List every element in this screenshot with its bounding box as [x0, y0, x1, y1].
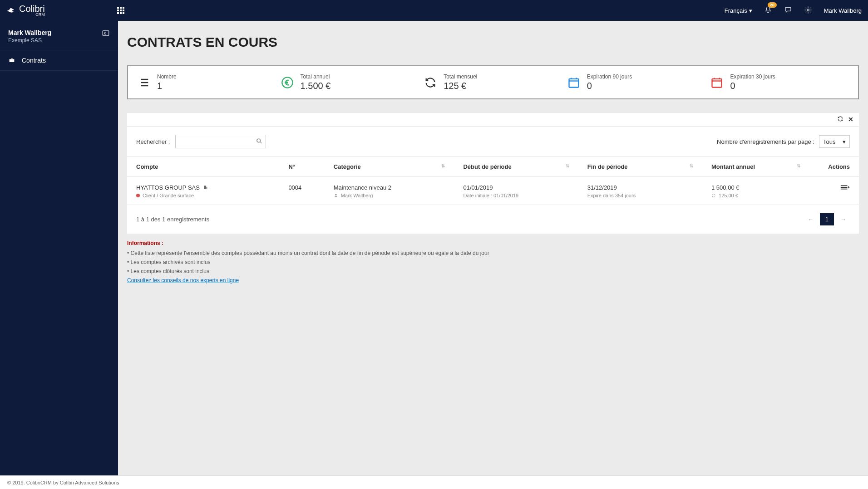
sidebar: Mark Wallberg Exemple SAS Contrats [0, 21, 118, 475]
col-start[interactable]: Début de période⇅ [454, 157, 578, 177]
language-selector[interactable]: Français ▾ [725, 7, 752, 14]
col-account[interactable]: Compte [127, 157, 279, 177]
svg-rect-14 [712, 78, 722, 87]
bird-icon [6, 5, 16, 15]
stat-nombre: Nombre 1 [137, 73, 276, 91]
sort-icon: ⇅ [797, 163, 800, 168]
svg-rect-4 [120, 10, 122, 11]
row-category-sub: Mark Wallberg [341, 193, 373, 198]
perpage-label: Nombre d'enregistrements par page : [717, 138, 814, 145]
topbar: Colibri CRM Français ▾ 20 Mark Wallberg [0, 0, 868, 21]
perpage-value: Tous [823, 138, 835, 145]
close-panel-button[interactable]: ✕ [848, 116, 853, 123]
refresh-small-icon [711, 193, 716, 198]
sidebar-item-contrats[interactable]: Contrats [0, 50, 118, 71]
sidebar-company: Exemple SAS [8, 37, 51, 44]
info-line: • Les comptes archivés sont inclus [127, 259, 859, 265]
briefcase-icon [8, 57, 15, 64]
sort-icon: ⇅ [566, 163, 569, 168]
chevron-down-icon: ▾ [843, 138, 846, 145]
main-content: CONTRATS EN COURS Nombre 1 Total annuel … [118, 21, 868, 475]
col-amount[interactable]: Montant annuel⇅ [702, 157, 809, 177]
svg-rect-3 [117, 10, 119, 11]
apps-grid-icon[interactable] [117, 7, 124, 14]
stats-row: Nombre 1 Total annuel 1.500 € Total me [127, 65, 859, 99]
user-menu[interactable]: Mark Wallberg [824, 7, 862, 14]
search-icon [256, 138, 262, 144]
info-line: • Les comptes clôturés sont inclus [127, 268, 859, 274]
row-amount: 1 500,00 € [711, 184, 800, 191]
svg-point-15 [335, 194, 336, 196]
stat-value: 1 [157, 81, 177, 91]
calendar-blue-icon [567, 76, 581, 89]
person-icon [334, 193, 338, 198]
contact-card-icon [102, 29, 110, 37]
refresh-icon [837, 116, 843, 122]
svg-rect-0 [117, 7, 119, 9]
stat-value: 125 € [444, 81, 477, 91]
pager-current[interactable]: 1 [820, 213, 834, 225]
info-block: Informations : • Cette liste représente … [127, 234, 859, 284]
notifications-button[interactable]: 20 [764, 6, 772, 15]
svg-point-9 [807, 9, 809, 11]
page-title: CONTRATS EN COURS [127, 21, 859, 65]
col-category[interactable]: Catégorie⇅ [325, 157, 454, 177]
row-account-sub: Client / Grande surface [143, 193, 194, 198]
svg-rect-8 [123, 12, 124, 14]
svg-rect-6 [117, 12, 119, 14]
menu-lines-icon [840, 184, 850, 191]
logo[interactable]: Colibri CRM [6, 4, 117, 17]
col-number[interactable]: N° [279, 157, 324, 177]
perpage-select[interactable]: Tous ▾ [819, 135, 850, 148]
pager-prev[interactable]: ← [804, 214, 817, 225]
row-start: 01/01/2019 [463, 184, 569, 191]
chat-button[interactable] [784, 6, 792, 15]
search-box [175, 135, 266, 148]
refresh-panel-button[interactable] [837, 116, 843, 123]
row-amount-sub: 125,00 € [719, 193, 738, 198]
row-account-name: HYATTOS GROUP SAS [136, 184, 200, 191]
table-row[interactable]: HYATTOS GROUP SAS Client / Grande surfac… [127, 177, 859, 205]
pager-next[interactable]: → [837, 214, 850, 225]
stat-total-mensuel: Total mensuel 125 € [424, 73, 562, 91]
stat-expiration-90: Expiration 90 jours 0 [567, 73, 706, 91]
logo-text: Colibri [19, 4, 45, 13]
refresh-icon [424, 76, 437, 89]
stat-value: 1.500 € [301, 81, 331, 91]
settings-button[interactable] [804, 6, 812, 15]
stat-value: 0 [730, 81, 775, 91]
list-icon [137, 76, 151, 89]
row-end-sub: Expire dans 354 jours [587, 193, 636, 198]
contact-card-button[interactable] [102, 29, 110, 39]
svg-rect-2 [123, 7, 124, 9]
search-label: Rechercher : [136, 138, 170, 145]
pager: ← 1 → [804, 213, 850, 225]
language-label: Français [725, 7, 747, 14]
sidebar-item-label: Contrats [22, 57, 46, 64]
sort-icon: ⇅ [441, 163, 445, 168]
search-input[interactable] [175, 135, 266, 148]
col-actions: Actions [809, 157, 859, 177]
info-link[interactable]: Consultez les conseils de nos experts en… [127, 277, 239, 284]
stat-label: Total mensuel [444, 73, 477, 80]
chevron-down-icon: ▾ [749, 7, 752, 14]
row-start-sub: Date initiale : 01/01/2019 [463, 193, 518, 198]
stat-label: Nombre [157, 73, 177, 80]
row-actions-button[interactable] [809, 177, 859, 205]
info-line: • Cette liste représente l'ensemble des … [127, 250, 859, 256]
pagination-info: 1 à 1 des 1 enregistrements [136, 216, 209, 223]
row-category: Maintenance niveau 2 [334, 184, 445, 191]
svg-rect-13 [569, 78, 578, 87]
svg-rect-5 [123, 10, 124, 11]
row-number: 0004 [288, 184, 301, 191]
status-dot-red [136, 194, 140, 197]
contracts-panel: ✕ Rechercher : Nombre d'enregistrements … [127, 113, 859, 234]
contracts-table: Compte N° Catégorie⇅ Début de période⇅ F… [127, 156, 859, 205]
col-end[interactable]: Fin de période⇅ [578, 157, 702, 177]
stat-value: 0 [587, 81, 632, 91]
stat-label: Expiration 90 jours [587, 73, 632, 80]
svg-rect-10 [103, 31, 109, 36]
svg-rect-1 [120, 7, 122, 9]
stat-expiration-30: Expiration 30 jours 0 [710, 73, 849, 91]
sort-icon: ⇅ [690, 163, 693, 168]
